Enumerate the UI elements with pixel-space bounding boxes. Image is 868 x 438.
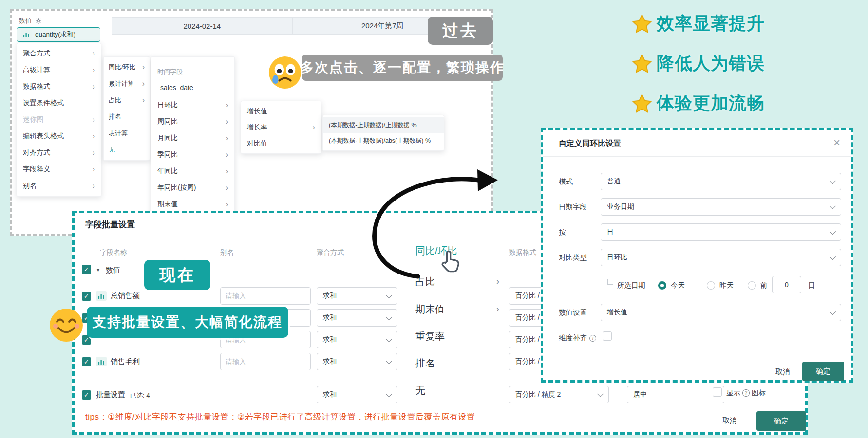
chevron-down-icon bbox=[386, 358, 392, 364]
menu-item-wow[interactable]: 周同比› bbox=[151, 113, 234, 130]
chevron-right-icon: › bbox=[93, 116, 95, 124]
chevron-right-icon: › bbox=[142, 96, 145, 104]
benefit-item: 体验更加流畅 bbox=[631, 91, 765, 115]
confirm-button[interactable]: 确定 bbox=[756, 411, 806, 431]
radio-days-ago[interactable] bbox=[748, 281, 756, 290]
menu-item-label: 对齐方式 bbox=[23, 148, 50, 157]
dialog-title: 自定义同环比设置 bbox=[559, 139, 621, 149]
menu-item-formula-2[interactable]: (本期数据-上期数据)/abs(上期数据) % bbox=[323, 133, 444, 148]
menu-item-aggregation[interactable]: 聚合方式› bbox=[17, 45, 101, 62]
radio-yesterday-label[interactable]: 昨天 bbox=[719, 281, 734, 290]
divider bbox=[151, 96, 234, 96]
menu-item-label: 编辑表头格式 bbox=[23, 132, 64, 141]
menu-item-label: 重复率 bbox=[415, 330, 445, 343]
menu-item-label: 周同比 bbox=[157, 117, 178, 126]
menu-item-formula-1[interactable]: (本期数据-上期数据)/上期数据 % bbox=[323, 117, 444, 133]
menu-item-mom[interactable]: 月同比› bbox=[151, 130, 234, 146]
menu-item-proportion[interactable]: 占比› bbox=[104, 92, 150, 109]
menu-item-dod[interactable]: 日环比› bbox=[151, 97, 234, 113]
yoy-menu-item-period-end[interactable]: 期末值› bbox=[415, 302, 499, 316]
menu-item-label: 数据格式 bbox=[23, 82, 50, 91]
star-icon bbox=[631, 13, 653, 35]
radio-today[interactable] bbox=[658, 281, 666, 290]
select-value: 百分比 / 精度 2 bbox=[515, 390, 561, 399]
menu-item-label: 日环比 bbox=[157, 101, 178, 110]
bar-chart-icon bbox=[96, 291, 107, 301]
confirm-button[interactable]: 确定 bbox=[802, 362, 844, 381]
chevron-right-icon: › bbox=[93, 50, 95, 57]
row-field-name: 总销售额 bbox=[111, 292, 140, 301]
menu-item-none[interactable]: 无 bbox=[104, 142, 150, 158]
menu-item-advanced-calc[interactable]: 高级计算› bbox=[17, 62, 101, 78]
close-icon[interactable]: × bbox=[833, 137, 840, 148]
summary-align-select[interactable]: 居中 bbox=[627, 386, 724, 403]
menu-item-yoy-by-week[interactable]: 年同比(按周)› bbox=[151, 180, 234, 196]
chevron-right-icon: › bbox=[93, 182, 95, 190]
row-checkbox[interactable]: ✓ bbox=[82, 357, 91, 366]
menu-item-label: 增长率 bbox=[247, 123, 267, 132]
radio-today-label[interactable]: 今天 bbox=[671, 281, 685, 290]
selected-field-label: quantity(求和) bbox=[35, 30, 75, 39]
menu-item-growth-rate[interactable]: 增长率› bbox=[241, 119, 321, 135]
mode-select[interactable]: 普通 bbox=[601, 173, 841, 190]
menu-item-rank[interactable]: 排名 bbox=[104, 109, 150, 125]
alias-input[interactable] bbox=[220, 353, 311, 370]
field-context-menu: 聚合方式› 高级计算› 数据格式› 设置条件格式 迷你图› 编辑表头格式› 对齐… bbox=[17, 43, 101, 197]
value-setting-select[interactable]: 增长值 bbox=[601, 304, 841, 321]
aggregation-select[interactable]: 求和 bbox=[317, 331, 397, 348]
field-label-mode: 模式 bbox=[559, 177, 573, 186]
aggregation-select[interactable]: 求和 bbox=[317, 353, 397, 370]
compare-type-select[interactable]: 日环比 bbox=[601, 249, 841, 266]
expand-caret-icon[interactable]: ▼ bbox=[96, 268, 100, 273]
menu-item-yoy[interactable]: 同比/环比› bbox=[104, 59, 150, 75]
menu-item-alias[interactable]: 别名› bbox=[17, 178, 101, 194]
selected-field-chip[interactable]: quantity(求和) bbox=[17, 27, 100, 42]
menu-item-conditional-format[interactable]: 设置条件格式 bbox=[17, 95, 101, 111]
chevron-down-icon bbox=[830, 178, 836, 184]
menu-item-label: 无 bbox=[415, 384, 425, 397]
menu-item-compare-value[interactable]: 对比值 bbox=[241, 135, 321, 151]
summary-format-select[interactable]: 百分比 / 精度 2 bbox=[509, 386, 609, 403]
chevron-down-icon bbox=[830, 203, 836, 209]
menu-item-data-format[interactable]: 数据格式› bbox=[17, 78, 101, 95]
menu-item-table-calc[interactable]: 表计算 bbox=[104, 125, 150, 142]
menu-item-cumulative[interactable]: 累计计算› bbox=[104, 75, 150, 92]
cancel-button[interactable]: 取消 bbox=[768, 367, 797, 377]
menu-item-alignment[interactable]: 对齐方式› bbox=[17, 145, 101, 161]
menu-item-period-end[interactable]: 期末值› bbox=[151, 196, 234, 213]
menu-item-growth-value[interactable]: 增长值 bbox=[241, 103, 321, 119]
summary-aggregation-select[interactable]: 求和 bbox=[317, 386, 397, 403]
yoy-menu-item-none[interactable]: 无 bbox=[415, 383, 499, 398]
group-row-checkbox[interactable]: ✓ bbox=[82, 265, 91, 274]
summary-row-checkbox[interactable]: ✓ bbox=[82, 390, 91, 400]
chevron-down-icon bbox=[386, 336, 392, 342]
yoy-menu-item-repeat-rate[interactable]: 重复率 bbox=[415, 329, 499, 344]
row-checkbox[interactable]: ✓ bbox=[82, 292, 91, 301]
chevron-right-icon: › bbox=[226, 201, 228, 208]
show-icon-checkbox[interactable] bbox=[713, 387, 722, 397]
tree-elbow-line bbox=[607, 279, 613, 285]
menu-item-yoy-year[interactable]: 年同比› bbox=[151, 163, 234, 180]
benefit-item: 降低人为错误 bbox=[631, 52, 765, 75]
days-ago-input[interactable] bbox=[772, 276, 801, 293]
time-field-value[interactable]: sales_date bbox=[151, 79, 234, 96]
menu-item-field-description[interactable]: 字段释义› bbox=[17, 161, 101, 178]
radio-yesterday[interactable] bbox=[707, 281, 715, 290]
aggregation-select[interactable]: 求和 bbox=[317, 309, 397, 327]
dim-align-checkbox[interactable] bbox=[603, 331, 612, 341]
menu-item-edit-header-format[interactable]: 编辑表头格式› bbox=[17, 128, 101, 145]
gear-icon[interactable] bbox=[35, 18, 42, 24]
bar-chart-icon bbox=[96, 357, 107, 366]
date-field-select[interactable]: 业务日期 bbox=[601, 198, 841, 216]
cancel-button[interactable]: 取消 bbox=[717, 416, 743, 425]
column-header-field-name: 字段名称 bbox=[100, 248, 127, 257]
yoy-menu-item-rank[interactable]: 排名 bbox=[415, 356, 499, 370]
radio-days-ago-label[interactable]: 前 bbox=[760, 281, 768, 290]
alias-input[interactable] bbox=[220, 287, 311, 305]
menu-item-qoq[interactable]: 季同比› bbox=[151, 146, 234, 163]
canvas: 2024-02-14 2024年第7周 过去 数值 quantity(求和) 聚… bbox=[0, 0, 868, 438]
star-icon bbox=[631, 93, 653, 114]
menu-item-label: 排名 bbox=[109, 112, 121, 121]
by-select[interactable]: 日 bbox=[601, 223, 841, 241]
bar-chart-icon bbox=[21, 30, 32, 39]
